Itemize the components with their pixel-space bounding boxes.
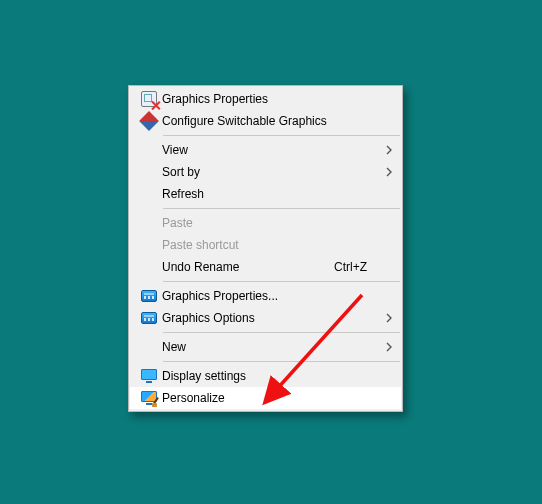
menu-item-undo-rename[interactable]: Undo Rename Ctrl+Z <box>130 256 401 278</box>
menu-item-display-settings[interactable]: Display settings <box>130 365 401 387</box>
switchable-graphics-icon <box>136 114 162 128</box>
menu-item-label: Sort by <box>162 165 371 179</box>
menu-item-personalize[interactable]: Personalize <box>130 387 401 409</box>
chevron-right-icon <box>386 167 393 177</box>
menu-item-view[interactable]: View <box>130 139 401 161</box>
monitor-icon <box>136 369 162 383</box>
menu-item-label: Refresh <box>162 187 371 201</box>
menu-item-shortcut: Ctrl+Z <box>334 260 371 274</box>
intel-graphics-icon <box>136 312 162 324</box>
menu-item-label: Personalize <box>162 391 371 405</box>
intel-graphics-icon <box>136 290 162 302</box>
desktop-context-menu: Graphics Properties Configure Switchable… <box>128 85 403 412</box>
personalize-icon <box>136 391 162 405</box>
menu-item-label: Graphics Properties <box>162 92 371 106</box>
separator <box>163 208 400 209</box>
separator <box>163 135 400 136</box>
separator <box>163 332 400 333</box>
menu-item-refresh[interactable]: Refresh <box>130 183 401 205</box>
menu-item-new[interactable]: New <box>130 336 401 358</box>
menu-item-intel-graphics-options[interactable]: Graphics Options <box>130 307 401 329</box>
chevron-right-icon <box>386 313 393 323</box>
graphics-x-icon <box>136 91 162 107</box>
separator <box>163 361 400 362</box>
menu-item-switchable-graphics[interactable]: Configure Switchable Graphics <box>130 110 401 132</box>
menu-item-label: View <box>162 143 371 157</box>
menu-item-graphics-properties[interactable]: Graphics Properties <box>130 88 401 110</box>
menu-item-label: Undo Rename <box>162 260 334 274</box>
menu-item-paste: Paste <box>130 212 401 234</box>
menu-item-paste-shortcut: Paste shortcut <box>130 234 401 256</box>
menu-item-label: Display settings <box>162 369 371 383</box>
chevron-right-icon <box>386 342 393 352</box>
menu-item-label: Paste <box>162 216 371 230</box>
menu-item-sort-by[interactable]: Sort by <box>130 161 401 183</box>
menu-item-label: Graphics Options <box>162 311 371 325</box>
separator <box>163 281 400 282</box>
menu-item-label: Paste shortcut <box>162 238 371 252</box>
chevron-right-icon <box>386 145 393 155</box>
menu-item-label: Configure Switchable Graphics <box>162 114 371 128</box>
menu-item-label: Graphics Properties... <box>162 289 371 303</box>
menu-item-intel-graphics-properties[interactable]: Graphics Properties... <box>130 285 401 307</box>
menu-item-label: New <box>162 340 371 354</box>
